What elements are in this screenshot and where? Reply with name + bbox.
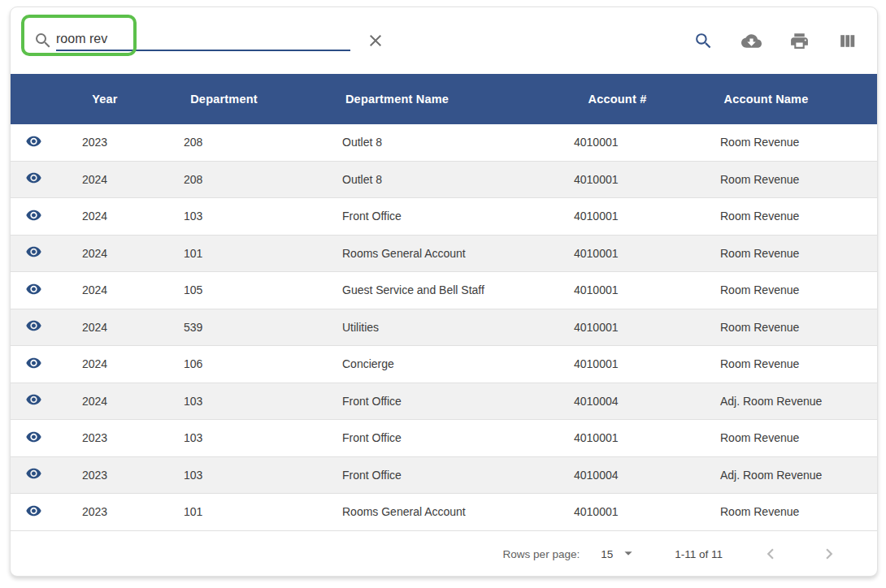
cell-account-number: 4010001 xyxy=(555,321,697,334)
eye-icon xyxy=(23,467,45,483)
eye-icon xyxy=(23,356,45,372)
row-actions-cell xyxy=(11,356,67,372)
cell-year: 2023 xyxy=(67,431,165,444)
table-row: 2023103Front Office4010001Room Revenue xyxy=(11,420,877,457)
clear-search-button[interactable] xyxy=(365,30,386,51)
printer-icon xyxy=(789,31,810,51)
row-actions-cell xyxy=(11,208,67,224)
cell-year: 2023 xyxy=(67,469,165,482)
search-input[interactable] xyxy=(56,30,350,46)
cell-account-number: 4010001 xyxy=(555,505,697,518)
search-toggle-button[interactable] xyxy=(693,30,714,51)
view-row-button[interactable] xyxy=(23,208,45,224)
table-row: 2024208Outlet 84010001Room Revenue xyxy=(11,162,877,199)
eye-icon xyxy=(23,134,45,150)
cell-year: 2024 xyxy=(67,283,165,296)
table-row: 2024539Utilities4010001Room Revenue xyxy=(11,309,877,347)
data-table-card: Year Department Department Name Account … xyxy=(10,6,878,577)
pagination-range-label: 1-11 of 11 xyxy=(675,548,723,560)
cell-year: 2024 xyxy=(67,247,165,260)
cloud-download-icon xyxy=(741,31,762,51)
next-page-button[interactable] xyxy=(819,543,840,564)
cell-department-name: Front Office xyxy=(324,210,555,223)
header-cell-department[interactable]: Department xyxy=(165,93,324,106)
cell-account-name: Room Revenue xyxy=(697,505,877,518)
view-row-button[interactable] xyxy=(23,134,45,150)
view-row-button[interactable] xyxy=(23,393,45,409)
row-actions-cell xyxy=(11,171,67,188)
cell-department: 208 xyxy=(165,136,324,149)
cell-department-name: Front Office xyxy=(324,395,555,408)
view-row-button[interactable] xyxy=(23,356,45,372)
table-row: 2023208Outlet 84010001Room Revenue xyxy=(11,124,877,162)
search-icon xyxy=(33,31,53,50)
eye-icon xyxy=(23,319,45,335)
chevron-right-icon xyxy=(819,543,840,564)
eye-icon xyxy=(23,171,45,188)
view-row-button[interactable] xyxy=(23,171,45,188)
cell-department-name: Rooms General Account xyxy=(324,505,555,518)
table-toolbar xyxy=(11,7,877,74)
view-row-button[interactable] xyxy=(23,319,45,335)
cell-department-name: Outlet 8 xyxy=(324,173,555,186)
cell-department-name: Outlet 8 xyxy=(324,136,555,149)
cell-account-number: 4010004 xyxy=(555,469,697,482)
table-footer: Rows per page: 15 1-11 of 11 xyxy=(11,531,877,577)
header-cell-account-name[interactable]: Account Name xyxy=(697,93,877,106)
header-cell-account-number[interactable]: Account # xyxy=(555,93,697,106)
table-row: 2024101Rooms General Account4010001Room … xyxy=(11,236,877,273)
cell-account-number: 4010004 xyxy=(555,395,697,408)
row-actions-cell xyxy=(11,504,67,520)
rows-per-page-label: Rows per page: xyxy=(503,548,580,560)
cell-department: 105 xyxy=(165,283,324,296)
cell-department: 103 xyxy=(165,431,324,444)
cell-department: 101 xyxy=(165,247,324,260)
cell-account-name: Room Revenue xyxy=(697,173,877,186)
cell-department: 103 xyxy=(165,210,324,223)
eye-icon xyxy=(23,282,45,298)
cell-year: 2024 xyxy=(67,210,165,223)
cell-account-name: Room Revenue xyxy=(697,247,877,260)
table-row: 2024103Front Office4010001Room Revenue xyxy=(11,198,877,236)
eye-icon xyxy=(23,430,45,446)
cell-account-number: 4010001 xyxy=(555,210,697,223)
download-button[interactable] xyxy=(741,30,762,51)
cell-account-number: 4010001 xyxy=(555,173,697,186)
table-row: 2024106Concierge4010001Room Revenue xyxy=(11,346,877,383)
print-button[interactable] xyxy=(788,30,810,51)
cell-account-name: Adj. Room Revenue xyxy=(697,469,877,482)
column-settings-button[interactable] xyxy=(836,30,858,51)
cell-account-name: Room Revenue xyxy=(697,321,877,334)
table-row: 2023101Rooms General Account4010001Room … xyxy=(11,494,877,531)
view-row-button[interactable] xyxy=(23,467,45,483)
chevron-left-icon xyxy=(760,543,781,564)
cell-account-name: Room Revenue xyxy=(697,210,877,223)
cell-department: 208 xyxy=(165,173,324,186)
cell-account-number: 4010001 xyxy=(555,247,697,260)
search-field xyxy=(33,30,386,51)
row-actions-cell xyxy=(11,393,67,409)
search-input-underline xyxy=(56,30,350,51)
cell-department: 539 xyxy=(165,321,324,334)
table-row: 2024103Front Office4010004Adj. Room Reve… xyxy=(11,383,877,421)
view-columns-icon xyxy=(837,31,858,51)
table-header-row: Year Department Department Name Account … xyxy=(11,74,877,124)
cell-account-name: Adj. Room Revenue xyxy=(697,395,877,408)
table-body: 2023208Outlet 84010001Room Revenue202420… xyxy=(11,124,877,531)
rows-per-page-select[interactable]: 15 xyxy=(601,544,637,564)
cell-year: 2023 xyxy=(67,136,165,149)
cell-account-name: Room Revenue xyxy=(697,283,877,296)
row-actions-cell xyxy=(11,134,67,150)
previous-page-button[interactable] xyxy=(760,543,781,564)
header-cell-department-name[interactable]: Department Name xyxy=(324,93,555,106)
toolbar-actions xyxy=(693,30,858,51)
search-icon xyxy=(693,31,714,51)
view-row-button[interactable] xyxy=(23,504,45,520)
cell-department-name: Front Office xyxy=(324,469,555,482)
cell-year: 2023 xyxy=(67,505,165,518)
view-row-button[interactable] xyxy=(23,245,45,262)
view-row-button[interactable] xyxy=(23,282,45,298)
table-row: 2024105Guest Service and Bell Staff40100… xyxy=(11,272,877,309)
view-row-button[interactable] xyxy=(23,430,45,446)
header-cell-year[interactable]: Year xyxy=(67,93,165,106)
